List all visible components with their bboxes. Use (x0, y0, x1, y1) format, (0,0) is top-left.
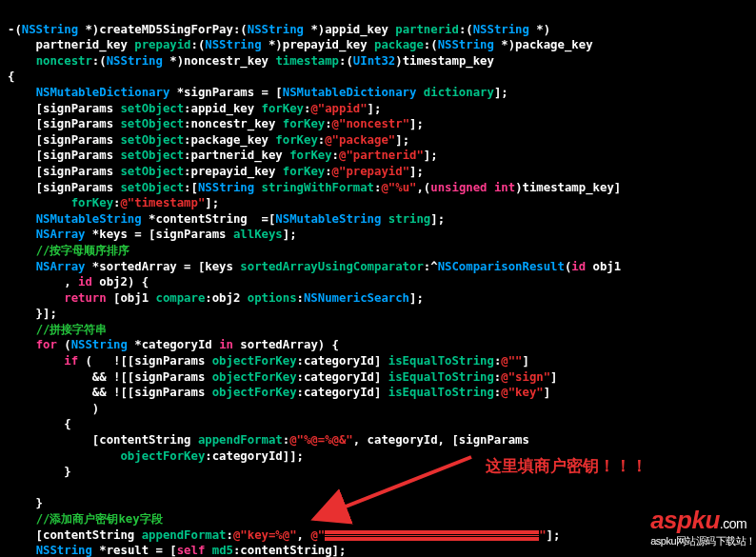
watermark-logo: aspku.com aspku网站源码下载站！ (650, 504, 756, 548)
redacted-key (325, 530, 539, 541)
annotation-text: 这里填商户密钥！！！ (486, 456, 647, 478)
